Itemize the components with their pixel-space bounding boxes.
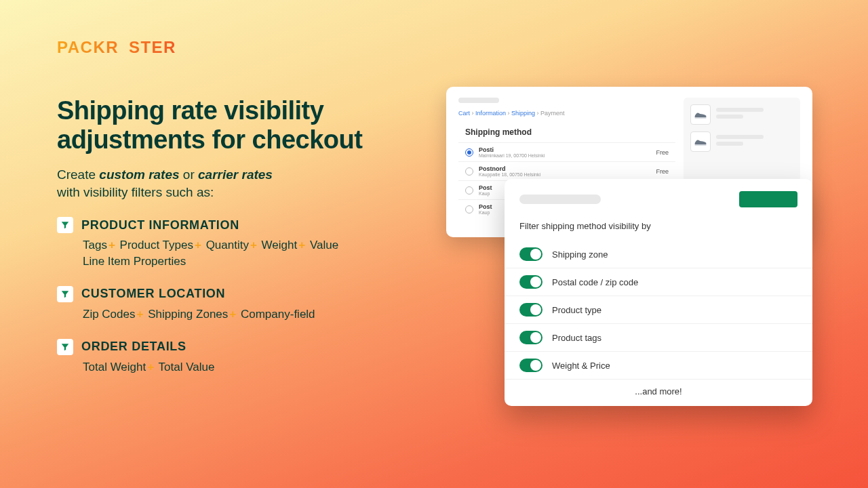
shipping-option[interactable]: Posti Malminkaari 19, 00700 Helsinki Fre… <box>458 142 675 161</box>
radio-selected-icon[interactable] <box>465 148 473 157</box>
section-customer-location: CUSTOMER LOCATION Zip Codes+ Shipping Zo… <box>57 286 437 323</box>
packrooster-logo: PACKR8STER <box>57 38 176 57</box>
page-title: Shipping rate visibility adjustments for… <box>57 96 437 154</box>
radio-icon[interactable] <box>465 205 473 214</box>
filter-row-weight-price: Weight & Price <box>505 352 812 380</box>
section-title: PRODUCT INFORMATION <box>81 218 239 232</box>
filter-row-postal-code: Postal code / zip code <box>505 268 812 296</box>
filter-row-product-type: Product type <box>505 296 812 324</box>
marketing-copy: Shipping rate visibility adjustments for… <box>57 96 437 375</box>
filter-more-label: ...and more! <box>505 380 812 396</box>
shoe-icon <box>690 131 711 152</box>
cart-item <box>690 104 793 125</box>
skeleton-line <box>716 115 743 119</box>
shipping-method-title: Shipping method <box>465 127 675 137</box>
toggle-on-icon[interactable] <box>519 359 542 372</box>
skeleton-line <box>716 135 764 139</box>
filter-row-shipping-zone: Shipping zone <box>505 241 812 268</box>
section-product-info: PRODUCT INFORMATION Tags+ Product Types+… <box>57 217 437 270</box>
filter-icon <box>57 339 73 355</box>
radio-icon[interactable] <box>465 167 473 176</box>
section-body: Tags+ Product Types+ Quantity+ Weight+ V… <box>83 237 437 270</box>
skeleton-line <box>458 98 499 103</box>
logo-text-right: STER <box>129 38 176 56</box>
skeleton-line <box>716 108 764 112</box>
breadcrumb: Cart › Information › Shipping › Payment <box>458 110 675 117</box>
toggle-on-icon[interactable] <box>519 303 542 317</box>
logo-infinity-icon: 8 <box>113 43 132 53</box>
filter-icon <box>57 286 73 302</box>
logo-text-left: PACKR <box>57 38 119 56</box>
filter-card-title: Filter shipping method visibility by <box>505 216 812 241</box>
radio-icon[interactable] <box>465 186 473 195</box>
section-body: Total Weight+ Total Value <box>83 359 437 375</box>
section-title: CUSTOMER LOCATION <box>81 287 225 301</box>
section-order-details: ORDER DETAILS Total Weight+ Total Value <box>57 339 437 375</box>
subtitle: Create custom rates or carrier rates wit… <box>57 166 437 201</box>
section-title: ORDER DETAILS <box>81 340 186 354</box>
filter-settings-card: Filter shipping method visibility by Shi… <box>505 179 812 406</box>
shoe-icon <box>690 104 711 125</box>
shipping-option[interactable]: Postnord Kauppatie 18, 00750 Helsinki Fr… <box>458 161 675 180</box>
toggle-on-icon[interactable] <box>519 247 542 261</box>
save-button[interactable] <box>739 191 797 207</box>
skeleton-line <box>519 195 601 204</box>
skeleton-line <box>716 142 743 146</box>
cart-item <box>690 131 793 152</box>
toggle-on-icon[interactable] <box>519 275 542 289</box>
section-body: Zip Codes+ Shipping Zones+ Company-field <box>83 306 437 323</box>
filter-icon <box>57 217 73 233</box>
toggle-on-icon[interactable] <box>519 331 542 344</box>
filter-row-product-tags: Product tags <box>505 324 812 352</box>
